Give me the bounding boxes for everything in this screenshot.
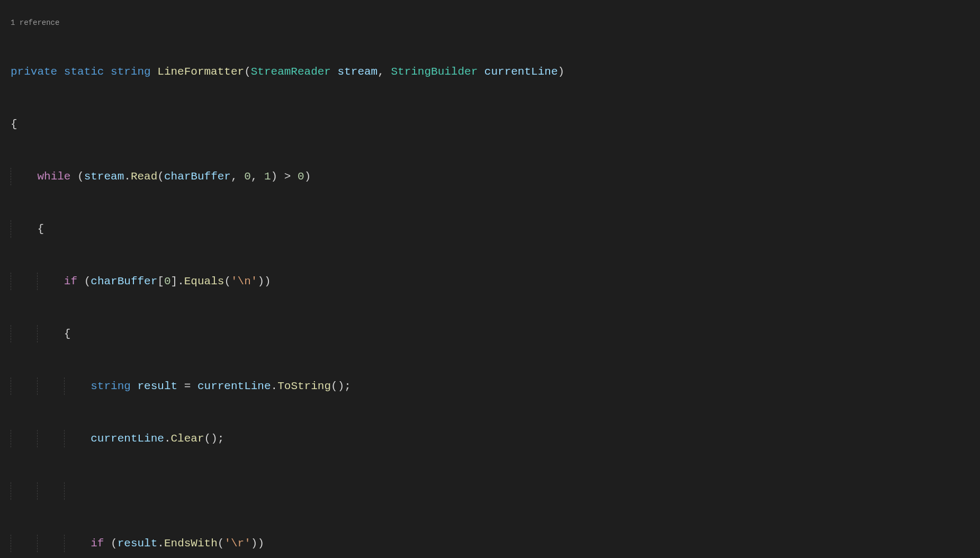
type-streamreader: StreamReader (251, 66, 331, 78)
code-line[interactable]: string result = currentLine.ToString(); (11, 377, 980, 395)
type-stringbuilder: StringBuilder (391, 66, 478, 78)
var-charbuffer: charBuffer (164, 170, 231, 183)
var-stream: stream (84, 170, 124, 183)
type-string: string (111, 66, 151, 78)
keyword-private: private (11, 66, 57, 78)
method-equals: Equals (184, 275, 224, 287)
type-string: string (91, 380, 131, 392)
lbrace: { (37, 223, 44, 235)
var-currentline: currentLine (91, 433, 164, 445)
method-endswith: EndsWith (164, 537, 218, 550)
char-literal: '\n' (231, 275, 257, 287)
keyword-if: if (91, 537, 104, 550)
number: 1 (264, 170, 271, 183)
method-tostring: ToString (277, 380, 331, 392)
comma: , (377, 66, 384, 78)
var-currentline: currentLine (197, 380, 271, 392)
op-gt: > (284, 170, 291, 183)
code-line[interactable]: if (result.EndsWith('\r')) (11, 535, 980, 552)
code-line[interactable]: currentLine.Clear(); (11, 430, 980, 447)
param-currentline: currentLine (484, 66, 558, 78)
code-line[interactable] (11, 482, 980, 500)
code-line[interactable]: if (charBuffer[0].Equals('\n')) (11, 273, 980, 290)
code-line[interactable]: { (11, 115, 980, 133)
number: 0 (244, 170, 251, 183)
code-line[interactable]: { (11, 325, 980, 343)
code-line[interactable]: { (11, 220, 980, 238)
code-editor[interactable]: 1 reference private static string LineFo… (0, 0, 980, 558)
op-assign: = (184, 380, 191, 392)
lbrace: { (64, 328, 71, 340)
lbrace: { (11, 118, 17, 130)
char-literal: '\r' (224, 537, 250, 550)
method-read: Read (131, 170, 157, 183)
keyword-while: while (37, 170, 70, 183)
var-result: result (138, 380, 178, 392)
lparen: ( (244, 66, 251, 78)
code-line[interactable]: private static string LineFormatter(Stre… (11, 63, 980, 80)
var-result: result (118, 537, 158, 550)
rparen: ) (558, 66, 564, 78)
code-line[interactable]: while (stream.Read(charBuffer, 0, 1) > 0… (11, 168, 980, 185)
method-clear: Clear (171, 433, 204, 445)
codelens-reference[interactable]: 1 reference (11, 17, 980, 28)
number: 0 (298, 170, 304, 183)
var-charbuffer: charBuffer (91, 275, 157, 287)
param-stream: stream (338, 66, 378, 78)
number: 0 (164, 275, 171, 287)
method-name: LineFormatter (157, 66, 244, 78)
keyword-static: static (64, 66, 104, 78)
keyword-if: if (64, 275, 77, 287)
